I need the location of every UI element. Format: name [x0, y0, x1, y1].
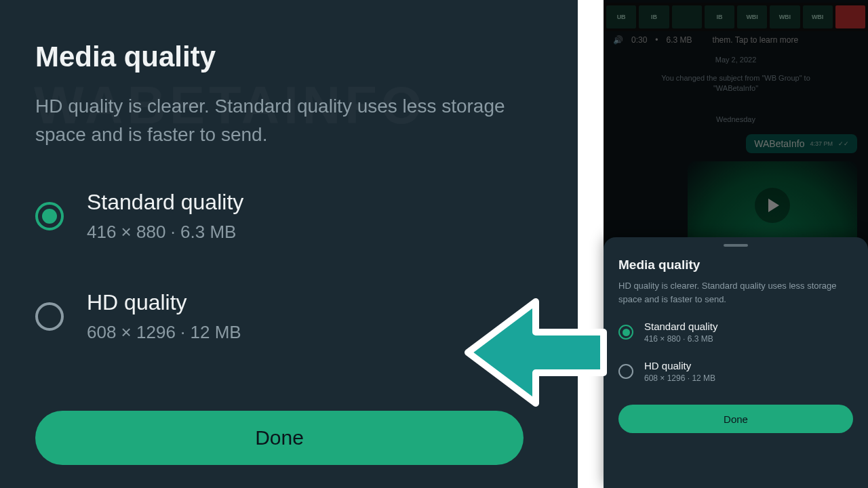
sheet-title: Media quality — [618, 258, 853, 272]
system-message: You changed the subject from "WB Group" … — [641, 73, 831, 94]
option-label: HD quality — [87, 290, 241, 315]
bubble-time: 4:37 PM — [810, 140, 833, 147]
arrow-left-icon — [454, 291, 617, 413]
option-detail: 608 × 1296 · 12 MB — [644, 373, 715, 383]
play-button[interactable] — [755, 188, 790, 223]
panel-gap — [578, 0, 604, 488]
message-bubble[interactable]: WABetaInfo 4:37 PM ✓✓ — [746, 134, 857, 153]
dialog-title: Media quality — [35, 41, 542, 73]
option-detail: 416 × 880 · 6.3 MB — [87, 222, 243, 243]
bubble-text: WABetaInfo — [754, 138, 804, 149]
audio-meta: 🔊 0:30 • 6.3 MB them. Tap to learn more — [613, 35, 798, 45]
chat-preview-panel: UB IB IB WBI WBI WBI 🔊 0:30 • 6.3 MB the… — [604, 0, 868, 488]
play-icon — [768, 199, 779, 212]
option-text: Standard quality 416 × 880 · 6.3 MB — [644, 321, 717, 344]
speaker-icon: 🔊 — [613, 35, 623, 45]
sheet-option-hd[interactable]: HD quality 608 × 1296 · 12 MB — [618, 360, 853, 383]
option-label: Standard quality — [87, 190, 243, 215]
sheet-handle[interactable] — [724, 244, 748, 247]
media-quality-sheet: Media quality HD quality is clearer. Sta… — [604, 237, 868, 488]
date-label: May 2, 2022 — [715, 56, 757, 64]
option-label: HD quality — [644, 360, 715, 371]
done-button[interactable]: Done — [35, 411, 524, 465]
thumb-icon: IB — [639, 5, 669, 28]
radio-unselected-icon — [618, 364, 633, 379]
option-detail: 608 × 1296 · 12 MB — [87, 322, 241, 343]
audio-time: 0:30 — [631, 35, 647, 45]
option-text: HD quality 608 × 1296 · 12 MB — [87, 290, 241, 343]
option-text: HD quality 608 × 1296 · 12 MB — [644, 360, 715, 383]
thumb-icon: UB — [606, 5, 636, 28]
thumb-icon: WBI — [737, 5, 767, 28]
media-quality-dialog: WABETAINFO Media quality HD quality is c… — [0, 0, 578, 488]
option-label: Standard quality — [644, 321, 717, 332]
dot: • — [655, 35, 658, 45]
radio-selected-icon — [618, 325, 633, 340]
thumb-icon — [672, 5, 702, 28]
day-label: Wednesday — [716, 115, 755, 123]
sheet-subtitle: HD quality is clearer. Standard quality … — [618, 279, 853, 306]
thumb-icon — [835, 5, 865, 28]
radio-selected-icon — [35, 202, 64, 230]
radio-unselected-icon — [35, 302, 64, 331]
thumbnail-strip: UB IB IB WBI WBI WBI — [604, 3, 868, 31]
option-detail: 416 × 880 · 6.3 MB — [644, 334, 717, 344]
option-text: Standard quality 416 × 880 · 6.3 MB — [87, 190, 243, 243]
check-icon: ✓✓ — [838, 140, 849, 147]
sheet-option-standard[interactable]: Standard quality 416 × 880 · 6.3 MB — [618, 321, 853, 344]
option-standard[interactable]: Standard quality 416 × 880 · 6.3 MB — [35, 190, 542, 243]
thumb-icon: WBI — [770, 5, 800, 28]
sheet-done-button[interactable]: Done — [618, 405, 853, 433]
media-thumbnail[interactable] — [688, 161, 857, 249]
banner-text: them. Tap to learn more — [713, 35, 799, 45]
dialog-subtitle: HD quality is clearer. Standard quality … — [35, 92, 542, 149]
audio-size: 6.3 MB — [667, 35, 692, 45]
thumb-icon: WBI — [803, 5, 833, 28]
thumb-icon: IB — [705, 5, 734, 28]
